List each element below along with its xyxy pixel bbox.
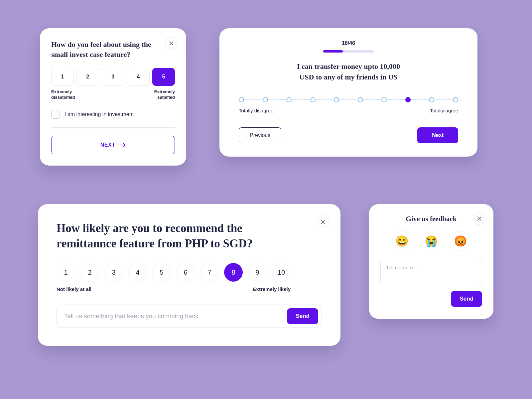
next-button[interactable]: NEXT xyxy=(51,136,175,154)
nps-7[interactable]: 7 xyxy=(200,263,219,282)
nps-9[interactable]: 9 xyxy=(248,263,267,282)
emoji-sad[interactable]: 😭 xyxy=(421,231,441,251)
rating-scale: 1 2 3 4 5 xyxy=(51,68,175,86)
likert-card: 18/46 I can transfer money upto 10,000 U… xyxy=(219,28,477,157)
nps-labels: Not likely at all Extremely likely xyxy=(57,286,291,292)
high-label: Totally agree xyxy=(430,108,458,113)
rating-5[interactable]: 5 xyxy=(152,68,175,86)
close-button[interactable] xyxy=(317,215,329,228)
emoji-angry[interactable]: 😡 xyxy=(451,231,470,251)
rating-2[interactable]: 2 xyxy=(76,68,99,86)
checkbox-row: I am interesting in investment xyxy=(51,110,175,119)
feedback-textarea[interactable] xyxy=(380,260,482,284)
next-button[interactable]: Next xyxy=(417,127,458,143)
likert-dot-9[interactable] xyxy=(429,97,434,102)
high-label: Extremely satisfied xyxy=(138,89,175,100)
nps-1[interactable]: 1 xyxy=(57,263,75,282)
close-button[interactable] xyxy=(473,212,485,225)
likert-dot-2[interactable] xyxy=(263,97,268,102)
close-button[interactable] xyxy=(165,37,178,50)
nps-3[interactable]: 3 xyxy=(104,263,123,282)
likert-scale xyxy=(239,96,458,103)
likert-dot-4[interactable] xyxy=(310,97,316,102)
send-button[interactable]: Send xyxy=(287,308,318,324)
nps-5[interactable]: 5 xyxy=(152,263,171,282)
close-icon xyxy=(169,41,174,46)
rating-3[interactable]: 3 xyxy=(102,68,124,86)
nps-4[interactable]: 4 xyxy=(128,263,147,282)
close-icon xyxy=(477,216,482,221)
scale-labels: Extremely dissatisfied Extremely satisfi… xyxy=(51,89,175,100)
emoji-happy[interactable]: 😀 xyxy=(392,231,412,251)
emoji-row: 😀 😭 😡 xyxy=(380,231,482,251)
button-row: Previous Next xyxy=(239,127,458,143)
likert-dot-7[interactable] xyxy=(381,97,387,102)
question-title: I can transfer money upto 10,000 USD to … xyxy=(239,61,458,82)
progress-fill xyxy=(323,50,343,53)
low-label: Extremely dissatisfied xyxy=(51,89,88,100)
satisfaction-card: How do you feel about using the small in… xyxy=(40,28,186,166)
arrow-right-icon xyxy=(118,143,126,147)
feedback-title: Give us feedback xyxy=(380,215,482,223)
likert-dot-10[interactable] xyxy=(453,97,458,102)
likert-dot-5[interactable] xyxy=(334,97,339,102)
feedback-input[interactable] xyxy=(64,313,282,320)
nps-scale: 1 2 3 4 5 6 7 8 9 10 xyxy=(57,263,322,282)
likert-labels: Totally disagree Totally agree xyxy=(239,108,458,113)
nps-card: How likely are you to recommend the remi… xyxy=(38,204,340,346)
send-button[interactable]: Send xyxy=(451,291,482,307)
likert-dot-6[interactable] xyxy=(358,97,363,102)
likert-dot-3[interactable] xyxy=(286,97,292,102)
divider xyxy=(51,127,175,128)
rating-1[interactable]: 1 xyxy=(51,68,74,86)
feedback-input-row: Send xyxy=(57,305,322,328)
rating-4[interactable]: 4 xyxy=(127,68,150,86)
progress-bar xyxy=(323,50,374,53)
next-label: NEXT xyxy=(100,142,115,148)
nps-6[interactable]: 6 xyxy=(176,263,195,282)
feedback-card: Give us feedback 😀 😭 😡 Send xyxy=(369,204,493,319)
checkbox-label: I am interesting in investment xyxy=(65,111,134,117)
question-title: How likely are you to recommend the remi… xyxy=(57,221,283,251)
likert-dot-8[interactable] xyxy=(405,97,411,102)
likert-dot-1[interactable] xyxy=(239,97,244,102)
previous-button[interactable]: Previous xyxy=(239,127,281,143)
nps-8[interactable]: 8 xyxy=(224,263,243,282)
nps-10[interactable]: 10 xyxy=(272,263,291,282)
close-icon xyxy=(321,219,326,224)
step-counter: 18/46 xyxy=(239,40,458,46)
low-label: Totally disagree xyxy=(239,108,273,113)
high-label: Extremely likely xyxy=(253,286,291,292)
nps-2[interactable]: 2 xyxy=(80,263,99,282)
investment-checkbox[interactable] xyxy=(51,110,60,119)
low-label: Not likely at all xyxy=(57,286,91,292)
question-title: How do you feel about using the small in… xyxy=(51,40,154,59)
